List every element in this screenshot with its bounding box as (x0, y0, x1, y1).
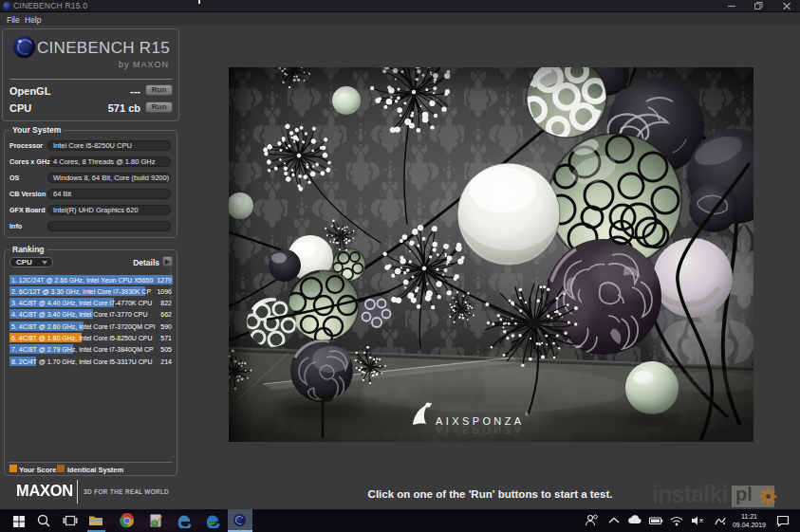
svg-text:AIXSPONZA: AIXSPONZA (436, 424, 525, 435)
svg-text:®: ® (525, 412, 529, 417)
